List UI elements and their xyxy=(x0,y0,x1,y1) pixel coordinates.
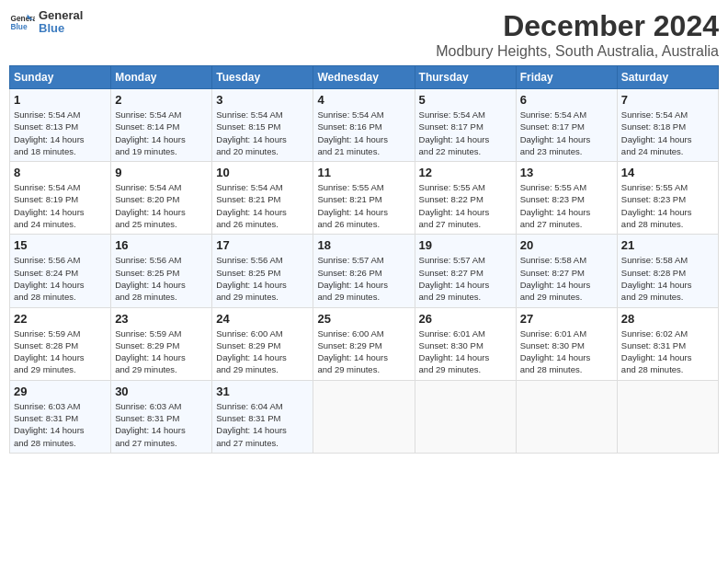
day-info: Sunrise: 6:02 AM Sunset: 8:31 PM Dayligh… xyxy=(621,327,714,376)
calendar-cell xyxy=(516,380,617,453)
calendar-cell: 19Sunrise: 5:57 AM Sunset: 8:27 PM Dayli… xyxy=(415,235,516,307)
day-info: Sunrise: 5:55 AM Sunset: 8:21 PM Dayligh… xyxy=(317,181,410,230)
title-area: December 2024 Modbury Heights, South Aus… xyxy=(436,9,719,60)
day-info: Sunrise: 6:04 AM Sunset: 8:31 PM Dayligh… xyxy=(216,400,309,449)
header-friday: Friday xyxy=(516,66,617,89)
day-info: Sunrise: 5:54 AM Sunset: 8:13 PM Dayligh… xyxy=(14,109,107,157)
day-info: Sunrise: 5:57 AM Sunset: 8:27 PM Dayligh… xyxy=(419,254,512,303)
day-number: 25 xyxy=(317,312,410,326)
calendar-cell: 6Sunrise: 5:54 AM Sunset: 8:17 PM Daylig… xyxy=(516,89,617,162)
calendar-cell xyxy=(617,380,718,453)
day-info: Sunrise: 6:01 AM Sunset: 8:30 PM Dayligh… xyxy=(419,327,512,376)
day-number: 31 xyxy=(216,385,309,398)
svg-text:General: General xyxy=(10,14,35,23)
day-info: Sunrise: 5:54 AM Sunset: 8:18 PM Dayligh… xyxy=(621,109,714,157)
main-title: December 2024 xyxy=(436,9,719,43)
day-number: 8 xyxy=(14,166,107,179)
day-info: Sunrise: 6:03 AM Sunset: 8:31 PM Dayligh… xyxy=(115,400,208,449)
calendar-cell: 25Sunrise: 6:00 AM Sunset: 8:29 PM Dayli… xyxy=(313,307,415,380)
day-number: 5 xyxy=(419,93,512,107)
day-number: 28 xyxy=(621,312,714,326)
logo: General Blue General Blue xyxy=(9,9,83,36)
day-info: Sunrise: 5:56 AM Sunset: 8:25 PM Dayligh… xyxy=(115,254,208,303)
header-monday: Monday xyxy=(111,66,212,89)
calendar-cell: 4Sunrise: 5:54 AM Sunset: 8:16 PM Daylig… xyxy=(313,89,415,162)
header-row: SundayMondayTuesdayWednesdayThursdayFrid… xyxy=(10,66,719,89)
calendar-cell: 16Sunrise: 5:56 AM Sunset: 8:25 PM Dayli… xyxy=(111,235,212,307)
calendar-cell: 2Sunrise: 5:54 AM Sunset: 8:14 PM Daylig… xyxy=(111,89,212,162)
calendar-cell: 12Sunrise: 5:55 AM Sunset: 8:22 PM Dayli… xyxy=(415,162,516,235)
header-sunday: Sunday xyxy=(10,66,111,89)
day-number: 21 xyxy=(621,238,714,252)
calendar-cell: 21Sunrise: 5:58 AM Sunset: 8:28 PM Dayli… xyxy=(617,235,718,307)
week-row-4: 22Sunrise: 5:59 AM Sunset: 8:28 PM Dayli… xyxy=(10,307,719,380)
calendar-body: 1Sunrise: 5:54 AM Sunset: 8:13 PM Daylig… xyxy=(10,89,719,454)
calendar-cell: 26Sunrise: 6:01 AM Sunset: 8:30 PM Dayli… xyxy=(415,307,516,380)
day-number: 29 xyxy=(14,385,107,398)
day-number: 24 xyxy=(216,312,309,326)
calendar-cell: 9Sunrise: 5:54 AM Sunset: 8:20 PM Daylig… xyxy=(111,162,212,235)
day-info: Sunrise: 5:54 AM Sunset: 8:19 PM Dayligh… xyxy=(14,181,107,230)
week-row-5: 29Sunrise: 6:03 AM Sunset: 8:31 PM Dayli… xyxy=(10,380,719,453)
day-info: Sunrise: 6:00 AM Sunset: 8:29 PM Dayligh… xyxy=(216,327,309,376)
day-info: Sunrise: 5:54 AM Sunset: 8:17 PM Dayligh… xyxy=(520,109,613,157)
logo-line1: General xyxy=(39,9,83,22)
day-info: Sunrise: 5:55 AM Sunset: 8:23 PM Dayligh… xyxy=(520,181,613,230)
header-saturday: Saturday xyxy=(617,66,718,89)
day-number: 20 xyxy=(520,238,613,252)
day-number: 27 xyxy=(520,312,613,326)
day-number: 4 xyxy=(317,93,410,107)
day-number: 1 xyxy=(14,93,107,107)
calendar-cell: 18Sunrise: 5:57 AM Sunset: 8:26 PM Dayli… xyxy=(313,235,415,307)
day-info: Sunrise: 5:55 AM Sunset: 8:23 PM Dayligh… xyxy=(621,181,714,230)
day-number: 30 xyxy=(115,385,208,398)
day-info: Sunrise: 5:55 AM Sunset: 8:22 PM Dayligh… xyxy=(419,181,512,230)
calendar-cell xyxy=(313,380,415,453)
week-row-3: 15Sunrise: 5:56 AM Sunset: 8:24 PM Dayli… xyxy=(10,235,719,307)
day-number: 18 xyxy=(317,238,410,252)
day-info: Sunrise: 5:58 AM Sunset: 8:28 PM Dayligh… xyxy=(621,254,714,303)
day-number: 15 xyxy=(14,238,107,252)
calendar-cell: 3Sunrise: 5:54 AM Sunset: 8:15 PM Daylig… xyxy=(212,89,313,162)
day-info: Sunrise: 5:54 AM Sunset: 8:17 PM Dayligh… xyxy=(419,109,512,157)
calendar-cell: 29Sunrise: 6:03 AM Sunset: 8:31 PM Dayli… xyxy=(10,380,111,453)
header-thursday: Thursday xyxy=(415,66,516,89)
day-info: Sunrise: 5:59 AM Sunset: 8:29 PM Dayligh… xyxy=(115,327,208,376)
day-info: Sunrise: 5:58 AM Sunset: 8:27 PM Dayligh… xyxy=(520,254,613,303)
day-number: 23 xyxy=(115,312,208,326)
svg-text:Blue: Blue xyxy=(10,23,27,32)
day-number: 10 xyxy=(216,166,309,179)
calendar-cell: 31Sunrise: 6:04 AM Sunset: 8:31 PM Dayli… xyxy=(212,380,313,453)
week-row-1: 1Sunrise: 5:54 AM Sunset: 8:13 PM Daylig… xyxy=(10,89,719,162)
day-number: 26 xyxy=(419,312,512,326)
header-wednesday: Wednesday xyxy=(313,66,415,89)
day-info: Sunrise: 5:54 AM Sunset: 8:21 PM Dayligh… xyxy=(216,181,309,230)
calendar-table: SundayMondayTuesdayWednesdayThursdayFrid… xyxy=(9,65,719,454)
calendar-cell: 11Sunrise: 5:55 AM Sunset: 8:21 PM Dayli… xyxy=(313,162,415,235)
week-row-2: 8Sunrise: 5:54 AM Sunset: 8:19 PM Daylig… xyxy=(10,162,719,235)
day-number: 16 xyxy=(115,238,208,252)
calendar-header: SundayMondayTuesdayWednesdayThursdayFrid… xyxy=(10,66,719,89)
header: General Blue General Blue December 2024 … xyxy=(9,9,719,60)
calendar-cell: 5Sunrise: 5:54 AM Sunset: 8:17 PM Daylig… xyxy=(415,89,516,162)
calendar-cell: 8Sunrise: 5:54 AM Sunset: 8:19 PM Daylig… xyxy=(10,162,111,235)
day-number: 11 xyxy=(317,166,410,179)
day-info: Sunrise: 5:59 AM Sunset: 8:28 PM Dayligh… xyxy=(14,327,107,376)
day-info: Sunrise: 6:00 AM Sunset: 8:29 PM Dayligh… xyxy=(317,327,410,376)
calendar-cell: 14Sunrise: 5:55 AM Sunset: 8:23 PM Dayli… xyxy=(617,162,718,235)
day-info: Sunrise: 5:54 AM Sunset: 8:16 PM Dayligh… xyxy=(317,109,410,157)
day-info: Sunrise: 5:56 AM Sunset: 8:24 PM Dayligh… xyxy=(14,254,107,303)
day-number: 9 xyxy=(115,166,208,179)
day-info: Sunrise: 6:01 AM Sunset: 8:30 PM Dayligh… xyxy=(520,327,613,376)
header-tuesday: Tuesday xyxy=(212,66,313,89)
calendar-cell: 15Sunrise: 5:56 AM Sunset: 8:24 PM Dayli… xyxy=(10,235,111,307)
calendar-cell: 20Sunrise: 5:58 AM Sunset: 8:27 PM Dayli… xyxy=(516,235,617,307)
calendar-cell: 1Sunrise: 5:54 AM Sunset: 8:13 PM Daylig… xyxy=(10,89,111,162)
calendar-cell: 13Sunrise: 5:55 AM Sunset: 8:23 PM Dayli… xyxy=(516,162,617,235)
calendar-cell: 17Sunrise: 5:56 AM Sunset: 8:25 PM Dayli… xyxy=(212,235,313,307)
day-info: Sunrise: 6:03 AM Sunset: 8:31 PM Dayligh… xyxy=(14,400,107,449)
day-info: Sunrise: 5:54 AM Sunset: 8:14 PM Dayligh… xyxy=(115,109,208,157)
calendar-cell: 10Sunrise: 5:54 AM Sunset: 8:21 PM Dayli… xyxy=(212,162,313,235)
calendar-cell: 22Sunrise: 5:59 AM Sunset: 8:28 PM Dayli… xyxy=(10,307,111,380)
day-number: 3 xyxy=(216,93,309,107)
